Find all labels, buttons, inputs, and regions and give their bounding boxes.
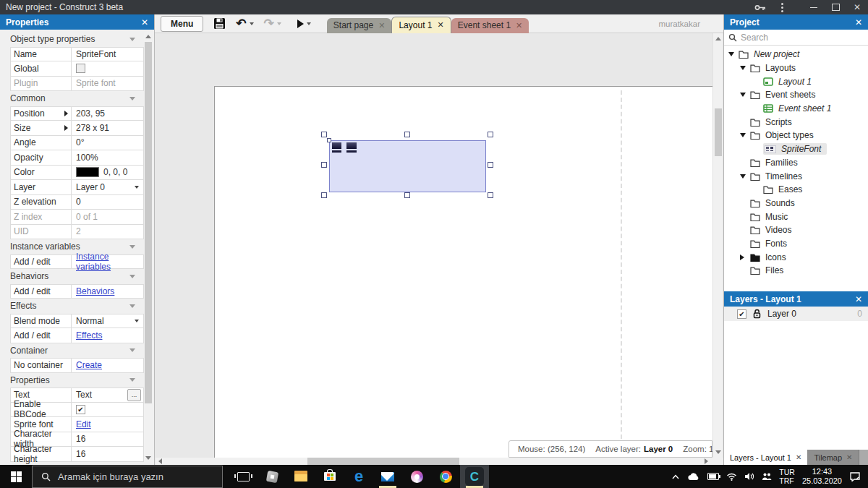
language-indicator[interactable]: TUR TRF [779, 468, 795, 485]
close-tab-icon[interactable]: ✕ [437, 20, 443, 30]
behaviors-link[interactable]: Behaviors [76, 286, 114, 296]
create-container-link[interactable]: Create [76, 360, 102, 370]
scrollbar-thumb[interactable] [145, 42, 152, 403]
tree-item-sounds[interactable]: Sounds [724, 197, 868, 210]
effects-link[interactable]: Effects [76, 330, 102, 341]
tab-event-sheet-1[interactable]: Event sheet 1✕ [451, 18, 529, 33]
tree-item-scripts[interactable]: Scripts [724, 115, 868, 129]
tree-item-icons[interactable]: Icons [724, 250, 868, 264]
resize-handle-top-left[interactable] [321, 132, 327, 137]
scrollbar-thumb[interactable] [307, 458, 459, 465]
global-checkbox[interactable] [76, 64, 85, 73]
sprite-font-edit-link[interactable]: Edit [76, 419, 91, 429]
expander-open-icon[interactable] [740, 174, 746, 179]
tree-item-spritefont[interactable]: SpriteFont [724, 142, 868, 156]
key-icon[interactable] [749, 0, 771, 14]
object-origin-handle[interactable] [327, 138, 331, 142]
tree-item-new-project[interactable]: New project [724, 48, 868, 61]
resize-handle-top-middle[interactable] [404, 132, 410, 137]
color-swatch[interactable] [76, 167, 99, 177]
expand-arrow-icon[interactable] [64, 125, 68, 131]
tree-item-fonts[interactable]: Fonts [724, 237, 868, 251]
tree-item-layout-1[interactable]: Layout 1 [724, 74, 868, 88]
canvas-vertical-scrollbar[interactable] [712, 33, 723, 458]
undo-button[interactable]: ↶ [236, 17, 253, 30]
close-tab-icon[interactable]: ✕ [796, 453, 801, 461]
prop-group-object-type[interactable]: Object type properties [0, 32, 144, 47]
resize-handle-bottom-left[interactable] [321, 192, 327, 198]
canvas-horizontal-scrollbar[interactable] [156, 458, 712, 465]
taskbar-app-file-explorer[interactable] [286, 465, 315, 488]
tree-item-videos[interactable]: Videos [724, 223, 868, 237]
kebab-menu-icon[interactable] [771, 0, 793, 14]
taskbar-app-paint3d[interactable] [402, 465, 431, 488]
taskbar-app-construct3[interactable]: C [460, 465, 489, 488]
expander-open-icon[interactable] [728, 52, 734, 56]
close-tab-icon[interactable]: ✕ [516, 21, 522, 30]
resize-handle-middle-right[interactable] [488, 162, 493, 168]
people-icon[interactable] [762, 472, 772, 481]
logged-in-username[interactable]: muratkakar [658, 20, 700, 28]
taskbar-app-edge[interactable]: e [344, 465, 373, 488]
taskbar-app-chrome[interactable] [431, 465, 460, 488]
tree-item-eases[interactable]: Eases [724, 183, 868, 197]
dropdown-arrow-icon[interactable] [135, 186, 139, 189]
layer-row[interactable]: ✔ Layer 0 0 [724, 307, 868, 321]
close-icon[interactable]: ✕ [141, 17, 148, 27]
tree-item-event-sheet-1[interactable]: Event sheet 1 [724, 102, 868, 116]
close-icon[interactable]: ✕ [855, 294, 862, 304]
tab-layout-1[interactable]: Layout 1✕ [391, 17, 451, 33]
battery-icon[interactable] [707, 473, 719, 480]
layer-visibility-checkbox[interactable]: ✔ [737, 309, 746, 319]
taskbar-app-mail[interactable] [373, 465, 402, 488]
close-icon[interactable]: ✕ [855, 17, 862, 27]
tree-item-files[interactable]: Files [724, 264, 868, 278]
instance-variables-link[interactable]: Instance variables [76, 252, 143, 272]
tree-item-families[interactable]: Families [724, 156, 868, 170]
tree-item-layouts[interactable]: Layouts [724, 61, 868, 75]
taskbar-app-cube[interactable] [258, 465, 286, 488]
taskbar-search-box[interactable]: Aramak için buraya yazın [32, 466, 223, 488]
tree-item-event-sheets[interactable]: Event sheets [724, 88, 868, 102]
redo-dropdown-icon[interactable] [277, 22, 281, 25]
save-button[interactable] [213, 17, 226, 30]
expander-closed-icon[interactable] [740, 254, 744, 260]
action-center-icon[interactable] [849, 471, 861, 481]
expander-open-icon[interactable] [740, 133, 746, 137]
close-tab-icon[interactable]: ✕ [846, 453, 852, 461]
expand-arrow-icon[interactable] [64, 111, 68, 116]
taskbar-app-store[interactable] [315, 465, 344, 488]
tree-item-music[interactable]: Music [724, 210, 868, 223]
resize-handle-bottom-middle[interactable] [404, 192, 410, 198]
bbcode-checkbox[interactable]: ✔ [76, 405, 85, 414]
expander-open-icon[interactable] [740, 66, 746, 70]
prop-group-effects[interactable]: Effects [0, 299, 144, 314]
tab-tilemap[interactable]: Tilemap✕ [808, 450, 859, 465]
tray-chevron-icon[interactable] [671, 474, 680, 480]
properties-scrollbar[interactable] [144, 32, 153, 463]
close-tab-icon[interactable]: ✕ [378, 21, 385, 30]
minimize-button[interactable] [803, 0, 825, 14]
dropdown-arrow-icon[interactable] [135, 320, 139, 322]
resize-handle-bottom-right[interactable] [488, 192, 493, 198]
undo-dropdown-icon[interactable] [250, 22, 254, 25]
prop-group-common[interactable]: Common [0, 91, 144, 106]
prop-group-properties[interactable]: Properties [0, 373, 144, 388]
tab-start-page[interactable]: Start page✕ [327, 18, 392, 33]
menu-button[interactable]: Menu [161, 16, 203, 32]
redo-button[interactable]: ↷ [264, 17, 281, 30]
project-search-field[interactable]: Search [724, 30, 868, 46]
onedrive-cloud-icon[interactable] [687, 473, 700, 481]
preview-dropdown-icon[interactable] [307, 22, 311, 25]
preview-button[interactable] [297, 20, 311, 28]
layout-canvas[interactable]: Mouse: (256, 124) Active layer:Layer 0 Z… [156, 33, 712, 458]
volume-icon[interactable] [744, 472, 754, 481]
taskbar-clock[interactable]: 12:43 25.03.2020 [802, 467, 842, 486]
maximize-button[interactable] [825, 0, 846, 14]
scrollbar-thumb[interactable] [715, 108, 722, 156]
tree-item-object-types[interactable]: Object types [724, 129, 868, 142]
text-edit-ellipsis-button[interactable]: ... [127, 389, 141, 401]
resize-handle-top-right[interactable] [488, 132, 493, 137]
tab-layers[interactable]: Layers - Layout 1✕ [724, 450, 808, 465]
expander-open-icon[interactable] [740, 93, 746, 97]
